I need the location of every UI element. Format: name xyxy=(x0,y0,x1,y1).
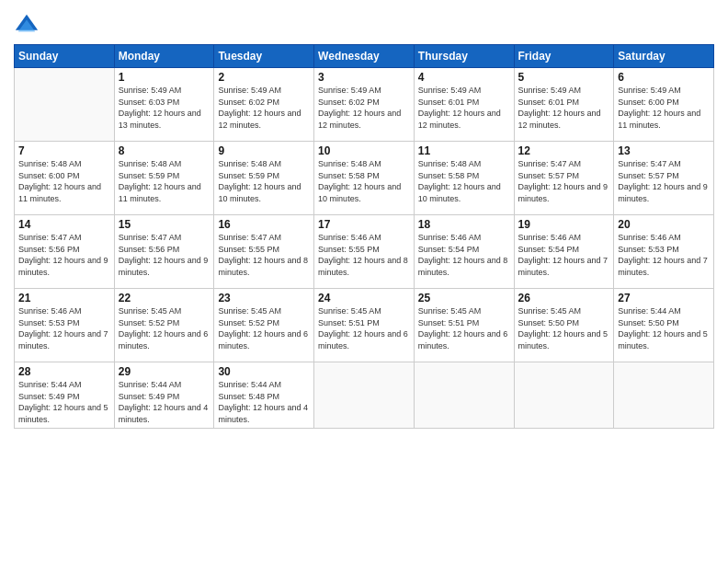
week-row-5: 28Sunrise: 5:44 AMSunset: 5:49 PMDayligh… xyxy=(15,362,714,429)
day-info: Sunrise: 5:46 AMSunset: 5:53 PMDaylight:… xyxy=(618,232,710,278)
day-number: 23 xyxy=(218,292,310,304)
day-number: 11 xyxy=(418,144,510,157)
day-number: 22 xyxy=(119,292,210,304)
day-number: 24 xyxy=(318,292,410,304)
calendar-cell: 10Sunrise: 5:48 AMSunset: 5:58 PMDayligh… xyxy=(314,142,415,215)
calendar-cell xyxy=(614,362,714,429)
calendar-cell: 6Sunrise: 5:49 AMSunset: 6:00 PMDaylight… xyxy=(614,68,714,142)
calendar-table: SundayMondayTuesdayWednesdayThursdayFrid… xyxy=(14,44,714,429)
day-number: 14 xyxy=(18,218,110,231)
day-number: 20 xyxy=(618,218,710,231)
day-number: 5 xyxy=(518,71,610,84)
day-info: Sunrise: 5:46 AMSunset: 5:53 PMDaylight:… xyxy=(18,305,110,351)
day-info: Sunrise: 5:45 AMSunset: 5:51 PMDaylight:… xyxy=(318,305,410,351)
calendar-cell: 9Sunrise: 5:48 AMSunset: 5:59 PMDaylight… xyxy=(214,142,314,215)
calendar-cell: 17Sunrise: 5:46 AMSunset: 5:55 PMDayligh… xyxy=(314,215,415,289)
weekday-header-friday: Friday xyxy=(514,45,614,68)
week-row-1: 1Sunrise: 5:49 AMSunset: 6:03 PMDaylight… xyxy=(15,68,714,142)
calendar-cell: 22Sunrise: 5:45 AMSunset: 5:52 PMDayligh… xyxy=(114,289,214,362)
header xyxy=(14,9,714,39)
day-info: Sunrise: 5:48 AMSunset: 5:59 PMDaylight:… xyxy=(218,158,310,204)
weekday-header-tuesday: Tuesday xyxy=(214,45,314,68)
calendar-cell xyxy=(314,362,415,429)
calendar-cell: 23Sunrise: 5:45 AMSunset: 5:52 PMDayligh… xyxy=(214,289,314,362)
day-info: Sunrise: 5:44 AMSunset: 5:48 PMDaylight:… xyxy=(218,379,310,425)
day-number: 10 xyxy=(318,144,410,157)
calendar-cell: 18Sunrise: 5:46 AMSunset: 5:54 PMDayligh… xyxy=(414,215,514,289)
day-info: Sunrise: 5:48 AMSunset: 5:58 PMDaylight:… xyxy=(418,158,510,204)
logo xyxy=(14,13,42,39)
day-info: Sunrise: 5:49 AMSunset: 6:03 PMDaylight:… xyxy=(119,85,210,131)
day-number: 28 xyxy=(18,365,110,378)
calendar-cell: 25Sunrise: 5:45 AMSunset: 5:51 PMDayligh… xyxy=(414,289,514,362)
day-info: Sunrise: 5:47 AMSunset: 5:56 PMDaylight:… xyxy=(119,232,210,278)
day-number: 18 xyxy=(418,218,510,231)
calendar-cell: 20Sunrise: 5:46 AMSunset: 5:53 PMDayligh… xyxy=(614,215,714,289)
calendar-cell: 11Sunrise: 5:48 AMSunset: 5:58 PMDayligh… xyxy=(414,142,514,215)
day-info: Sunrise: 5:48 AMSunset: 5:59 PMDaylight:… xyxy=(119,158,210,204)
weekday-header-wednesday: Wednesday xyxy=(314,45,415,68)
day-number: 4 xyxy=(418,71,510,84)
day-info: Sunrise: 5:44 AMSunset: 5:49 PMDaylight:… xyxy=(18,379,110,425)
weekday-header-thursday: Thursday xyxy=(414,45,514,68)
calendar-cell: 8Sunrise: 5:48 AMSunset: 5:59 PMDaylight… xyxy=(114,142,214,215)
calendar-cell: 5Sunrise: 5:49 AMSunset: 6:01 PMDaylight… xyxy=(514,68,614,142)
day-info: Sunrise: 5:47 AMSunset: 5:56 PMDaylight:… xyxy=(18,232,110,278)
day-info: Sunrise: 5:47 AMSunset: 5:57 PMDaylight:… xyxy=(618,158,710,204)
day-info: Sunrise: 5:49 AMSunset: 6:01 PMDaylight:… xyxy=(418,85,510,131)
weekday-header-row: SundayMondayTuesdayWednesdayThursdayFrid… xyxy=(15,45,714,68)
calendar-cell: 24Sunrise: 5:45 AMSunset: 5:51 PMDayligh… xyxy=(314,289,415,362)
day-info: Sunrise: 5:45 AMSunset: 5:50 PMDaylight:… xyxy=(518,305,610,351)
calendar-cell: 29Sunrise: 5:44 AMSunset: 5:49 PMDayligh… xyxy=(114,362,214,429)
page: SundayMondayTuesdayWednesdayThursdayFrid… xyxy=(0,0,728,563)
day-number: 12 xyxy=(518,144,610,157)
day-info: Sunrise: 5:49 AMSunset: 6:01 PMDaylight:… xyxy=(518,85,610,131)
calendar-cell: 14Sunrise: 5:47 AMSunset: 5:56 PMDayligh… xyxy=(15,215,115,289)
calendar-cell: 12Sunrise: 5:47 AMSunset: 5:57 PMDayligh… xyxy=(514,142,614,215)
day-number: 26 xyxy=(518,292,610,304)
calendar-cell xyxy=(15,68,115,142)
calendar-cell: 30Sunrise: 5:44 AMSunset: 5:48 PMDayligh… xyxy=(214,362,314,429)
day-info: Sunrise: 5:44 AMSunset: 5:50 PMDaylight:… xyxy=(618,305,710,351)
calendar-cell: 4Sunrise: 5:49 AMSunset: 6:01 PMDaylight… xyxy=(414,68,514,142)
calendar-cell: 7Sunrise: 5:48 AMSunset: 6:00 PMDaylight… xyxy=(15,142,115,215)
calendar-cell: 15Sunrise: 5:47 AMSunset: 5:56 PMDayligh… xyxy=(114,215,214,289)
calendar-cell: 13Sunrise: 5:47 AMSunset: 5:57 PMDayligh… xyxy=(614,142,714,215)
week-row-3: 14Sunrise: 5:47 AMSunset: 5:56 PMDayligh… xyxy=(15,215,714,289)
day-info: Sunrise: 5:46 AMSunset: 5:55 PMDaylight:… xyxy=(318,232,410,278)
day-number: 16 xyxy=(218,218,310,231)
day-number: 8 xyxy=(119,144,210,157)
calendar-cell: 19Sunrise: 5:46 AMSunset: 5:54 PMDayligh… xyxy=(514,215,614,289)
day-info: Sunrise: 5:48 AMSunset: 5:58 PMDaylight:… xyxy=(318,158,410,204)
day-number: 19 xyxy=(518,218,610,231)
day-number: 6 xyxy=(618,71,710,84)
calendar-cell: 21Sunrise: 5:46 AMSunset: 5:53 PMDayligh… xyxy=(15,289,115,362)
week-row-4: 21Sunrise: 5:46 AMSunset: 5:53 PMDayligh… xyxy=(15,289,714,362)
day-number: 1 xyxy=(119,71,210,84)
day-number: 15 xyxy=(119,218,210,231)
day-number: 30 xyxy=(218,365,310,378)
weekday-header-monday: Monday xyxy=(114,45,214,68)
calendar-cell: 16Sunrise: 5:47 AMSunset: 5:55 PMDayligh… xyxy=(214,215,314,289)
day-number: 9 xyxy=(218,144,310,157)
day-info: Sunrise: 5:49 AMSunset: 6:02 PMDaylight:… xyxy=(318,85,410,131)
day-info: Sunrise: 5:45 AMSunset: 5:52 PMDaylight:… xyxy=(119,305,210,351)
day-info: Sunrise: 5:46 AMSunset: 5:54 PMDaylight:… xyxy=(518,232,610,278)
day-number: 25 xyxy=(418,292,510,304)
calendar-cell: 2Sunrise: 5:49 AMSunset: 6:02 PMDaylight… xyxy=(214,68,314,142)
day-info: Sunrise: 5:49 AMSunset: 6:00 PMDaylight:… xyxy=(618,85,710,131)
calendar-cell: 3Sunrise: 5:49 AMSunset: 6:02 PMDaylight… xyxy=(314,68,415,142)
day-number: 3 xyxy=(318,71,410,84)
weekday-header-sunday: Sunday xyxy=(15,45,115,68)
day-info: Sunrise: 5:46 AMSunset: 5:54 PMDaylight:… xyxy=(418,232,510,278)
calendar-cell: 28Sunrise: 5:44 AMSunset: 5:49 PMDayligh… xyxy=(15,362,115,429)
logo-icon xyxy=(14,13,40,39)
week-row-2: 7Sunrise: 5:48 AMSunset: 6:00 PMDaylight… xyxy=(15,142,714,215)
day-info: Sunrise: 5:48 AMSunset: 6:00 PMDaylight:… xyxy=(18,158,110,204)
day-info: Sunrise: 5:45 AMSunset: 5:51 PMDaylight:… xyxy=(418,305,510,351)
day-info: Sunrise: 5:47 AMSunset: 5:57 PMDaylight:… xyxy=(518,158,610,204)
day-number: 29 xyxy=(119,365,210,378)
day-info: Sunrise: 5:49 AMSunset: 6:02 PMDaylight:… xyxy=(218,85,310,131)
day-info: Sunrise: 5:45 AMSunset: 5:52 PMDaylight:… xyxy=(218,305,310,351)
day-number: 27 xyxy=(618,292,710,304)
